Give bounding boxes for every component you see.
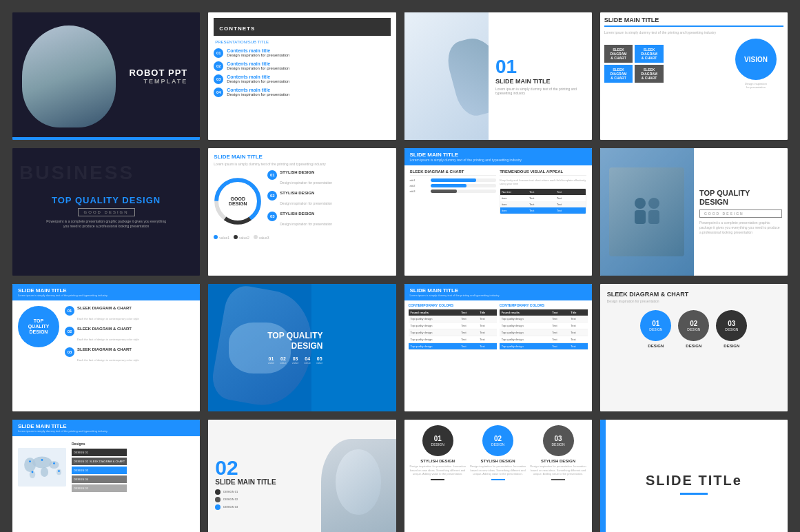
robot-head-shape <box>336 449 380 514</box>
content-num-1: 01 <box>214 48 223 58</box>
td-t: Text <box>459 323 478 329</box>
rtd-3: Text <box>568 316 587 323</box>
slide-13-sub: Lorem ipsum is simply dummy text of the … <box>18 429 194 433</box>
svg-point-17 <box>58 470 60 472</box>
slide-13-body: Designs DESIGN 01 DESIGN 02 SLEEK DIAGRA… <box>12 436 200 498</box>
s7-right-title: TREMENDOUS VISUAL APPEAL <box>500 170 586 176</box>
slide-5-title: TOP QUALITY DESIGN <box>52 195 161 205</box>
slide-5-badge: GOOD DESIGN <box>78 208 135 216</box>
s9-item-2: 02 SLEEK DIAGRAM & CHART Each the fact o… <box>65 327 194 343</box>
slide-13[interactable]: SLIDE MAIN TITLE Lorem ipsum is simply d… <box>12 420 200 532</box>
table-row: Top quality designTextText <box>500 323 588 329</box>
slide-6-sub: Lorem ipsum is simply dummy text of the … <box>214 162 390 166</box>
slide-11[interactable]: SLIDE MAIN TITLE Lorem ipsum is simply d… <box>404 284 592 411</box>
rtd-1: Top quality design <box>500 323 551 329</box>
circle-02-num: 02 <box>494 436 502 442</box>
content-num-3: 03 <box>214 74 223 84</box>
bar-label-2: attr2 <box>410 184 431 187</box>
s9-item-1: 01 SLEEK DIAGRAM & CHART Each the fact o… <box>65 306 194 323</box>
s4-box-4: SLEEK DIAGRAM& CHART <box>635 65 664 83</box>
td-tt: Text <box>478 329 496 336</box>
slide-14[interactable]: 02 SLIDE MAIN TITLE DESIGN 01 DESIGN 02 … <box>208 420 396 532</box>
slide-6[interactable]: SLIDE MAIN TITLE Lorem ipsum is simply d… <box>208 148 396 276</box>
col2-desc: Design inspiration for presentation. Inn… <box>470 464 526 476</box>
slide-8[interactable]: TOP QUALITYDESIGN GOOD DESIGN Powerpoint… <box>600 148 788 276</box>
slide-7-left: SLEEK DIAGRAM & CHART attr1 attr2 attr3 <box>410 170 497 214</box>
th-2: Text <box>529 190 557 194</box>
circle-02: 02 DESIGN <box>482 425 513 456</box>
bar-label-1: attr1 <box>410 178 431 182</box>
slides-grid: ROBOT PPT TEMPLATE CONTNETS PRESENTATION… <box>12 12 788 532</box>
slide-16[interactable]: SLIDE TITLe <box>600 420 788 532</box>
circle-num-3: 03 <box>728 320 735 327</box>
td-tth: Text <box>478 343 496 350</box>
slide-5[interactable]: BUSINESS TOP QUALITY DESIGN GOOD DESIGN … <box>12 148 200 276</box>
slide-10-title: TOP QUALITYDESIGN <box>267 331 322 351</box>
s7-row-1: item Text Text <box>500 195 586 201</box>
table-row: Top quality designTextText <box>500 316 588 323</box>
slide-9-title: SLIDE MAIN TITLE <box>18 287 194 294</box>
rtd-1: Top quality design <box>500 336 551 343</box>
s9-item-3: 03 SLEEK DIAGRAM & CHART Each the fact o… <box>65 347 194 364</box>
d-dot-2 <box>215 497 220 502</box>
slide-15[interactable]: 01 DESIGN STYLISH DESIGN Design inspirat… <box>404 420 592 532</box>
world-map-area <box>18 443 66 491</box>
svg-rect-4 <box>635 210 646 224</box>
content-item-2: 02 Contents main titleDesign inspiration… <box>214 61 390 71</box>
legend-title: Designs <box>72 442 127 446</box>
d1-label: DESIGN 01 <box>74 451 88 454</box>
td-7: item <box>502 209 529 212</box>
slide-9[interactable]: SLIDE MAIN TITLE Lorem ipsum is simply d… <box>12 284 200 411</box>
s7-table: Number Text Text item Text Text item Tex… <box>500 188 586 214</box>
circle-3: 03 DESIGN <box>716 310 747 341</box>
content-text-3: Contents main titleDesign inspiration fo… <box>227 74 289 83</box>
svg-point-16 <box>53 462 55 464</box>
slide-1[interactable]: ROBOT PPT TEMPLATE <box>12 12 200 140</box>
bg-text: BUSINESS <box>19 162 134 184</box>
slide-2[interactable]: CONTNETS PRESENTATION/SUB TITLE 01 Conte… <box>208 12 396 140</box>
content-num-4: 04 <box>214 88 223 97</box>
slide-9-items: 01 SLEEK DIAGRAM & CHART Each the fact o… <box>65 306 194 368</box>
s11-left-title: CONTEMPORARY COLORS <box>409 303 497 307</box>
slide-3-sub: Lorem ipsum is simply dummy text of the … <box>495 87 585 95</box>
slide-10[interactable]: TOP QUALITYDESIGN 01value 02value 03valu… <box>208 284 396 411</box>
slide-1-title: ROBOT PPT <box>129 68 187 79</box>
s4-box-3: SLEEK DIAGRAM& CHART <box>604 65 633 83</box>
content-text-4: Contents main titleDesign inspiration fo… <box>227 88 289 96</box>
bar-row-1: attr1 <box>410 178 497 182</box>
bar-fill-1 <box>431 178 477 182</box>
svg-point-14 <box>29 460 31 462</box>
slide-4[interactable]: SLIDE MAIN TITLE Lorem ipsum is simply d… <box>600 12 788 140</box>
s11-right-table: Found results Text Title Top quality des… <box>500 309 588 350</box>
td-tt: Text <box>478 336 496 343</box>
slide-12[interactable]: SLEEK DIAGRAM & CHART Design inspiration… <box>600 284 788 411</box>
slide-10-values: 01value 02value 03value 04value 05value <box>267 356 322 365</box>
d-dot-3 <box>215 504 220 510</box>
slide-8-badge: GOOD DESIGN <box>699 209 782 218</box>
circle-03-lbl: DESIGN <box>551 442 564 447</box>
val-04: 04value <box>304 356 311 365</box>
circle-label-2: DESIGN <box>686 344 701 348</box>
rtd-3: Text <box>568 329 587 336</box>
table-row: Top quality designTextText <box>409 323 497 329</box>
rtd-1: Top quality design <box>500 329 551 336</box>
vision-sub: Design inspirationfor presentation <box>728 82 783 89</box>
slide-3[interactable]: 01 SLIDE MAIN TITLE Lorem ipsum is simpl… <box>404 12 592 140</box>
slide-4-grid: SLEEK DIAGRAM& CHART SLEEK DIAGRAM& CHAR… <box>604 39 783 89</box>
slide-6-title: SLIDE MAIN TITLE <box>214 154 390 160</box>
s7-left-title: SLEEK DIAGRAM & CHART <box>410 170 497 176</box>
s6-num-3: 03 <box>267 212 277 221</box>
slide-8-content: TOP QUALITYDESIGN GOOD DESIGN Powerpoint… <box>694 148 788 276</box>
table-row: Top quality designTextText <box>500 329 588 336</box>
legend-design-4: DESIGN 04 <box>72 475 127 483</box>
col3-line <box>551 479 565 480</box>
circle-item-2: 02 DESIGN DESIGN <box>678 310 709 348</box>
circle-num-2: 02 <box>690 320 697 327</box>
s4-box-1: SLEEK DIAGRAM& CHART <box>604 45 633 63</box>
d5-label: DESIGN 05 <box>74 487 88 490</box>
col1-title: STYLISH DESIGN <box>420 459 455 463</box>
robot-hand-illustration <box>404 12 489 140</box>
slide-7[interactable]: SLIDE MAIN TITLE Lorem ipsum is simply d… <box>404 148 592 276</box>
table-row-highlight: Top quality designTextText <box>500 343 588 350</box>
world-map-svg <box>18 443 66 491</box>
